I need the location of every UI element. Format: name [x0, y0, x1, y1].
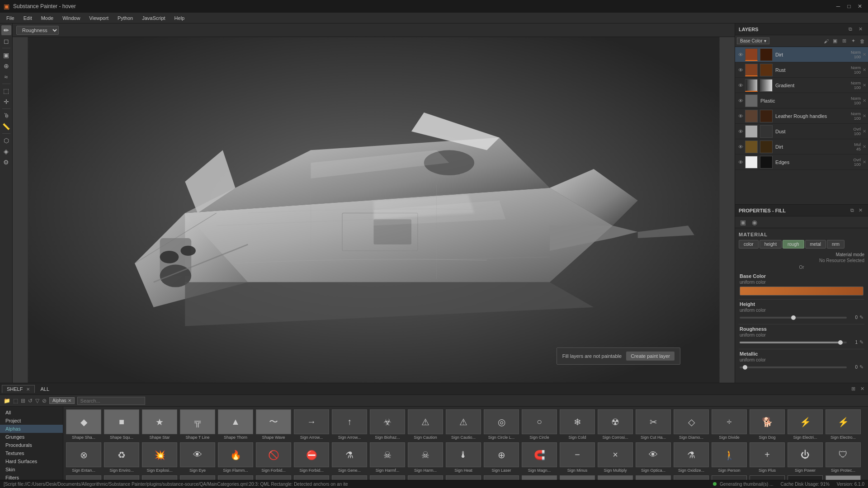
menu-item-viewport[interactable]: Viewport	[85, 14, 113, 22]
asset-item[interactable]: ☠ Sign Harmf...	[369, 441, 406, 474]
asset-item[interactable]: 🛡 Sign Protec...	[103, 474, 140, 480]
tab-color[interactable]: color	[739, 240, 759, 249]
layer-close-button[interactable]: ✕	[863, 129, 866, 134]
layer-row[interactable]: 👁 Leather Rough handles Norm 100 ✕	[735, 108, 868, 124]
shelf-grid-icon[interactable]: ⊞	[849, 385, 857, 393]
add-group-button[interactable]: ⊞	[840, 37, 848, 45]
layer-close-button[interactable]: ✕	[863, 52, 866, 57]
settings-tool[interactable]: ⚙	[1, 157, 11, 167]
shelf-category-grunges[interactable]: Grunges	[0, 433, 63, 441]
properties-close-button[interactable]: ✕	[856, 206, 864, 215]
asset-item[interactable]: ☢ Sign Radiati...	[179, 474, 216, 480]
asset-item[interactable]: 🛡 Sign Protec...	[825, 441, 862, 474]
properties-sphere-icon[interactable]: ◉	[750, 218, 759, 226]
layer-visibility-toggle[interactable]: 👁	[737, 52, 744, 57]
minimize-button[interactable]: ─	[834, 2, 843, 11]
asset-item[interactable]: ÷ Sign Divide	[711, 408, 748, 441]
layers-close-button[interactable]: ✕	[856, 25, 864, 33]
shelf-tab-all[interactable]: ALL	[36, 385, 55, 393]
height-slider[interactable]	[740, 317, 847, 319]
clone-tool[interactable]: ⊕	[1, 61, 11, 71]
layers-float-button[interactable]: ⧉	[846, 25, 854, 33]
asset-item[interactable]: ⚡ Sign Electro...	[825, 408, 862, 441]
shelf-folder-icon[interactable]: 📁	[4, 398, 10, 404]
asset-item[interactable]: 👁 Sign Eye	[179, 441, 216, 474]
color-picker-tool[interactable]: 🖰	[1, 111, 11, 121]
asset-item[interactable]: ☣ Sign Biohaz...	[369, 408, 406, 441]
asset-item[interactable]: ◌ Skin Frog C...	[445, 474, 482, 480]
titlebar-controls[interactable]: ─ □ ✕	[834, 2, 864, 11]
asset-item[interactable]: 👁 Sign Optica...	[635, 441, 672, 474]
asset-item[interactable]: ☢ Sign Corrosi...	[597, 408, 634, 441]
shelf-refresh-icon[interactable]: ↺	[28, 398, 33, 404]
add-effects-button[interactable]: ✦	[849, 37, 857, 45]
metallic-edit-icon[interactable]: ✎	[859, 364, 863, 370]
shelf-category-all[interactable]: All	[0, 408, 63, 417]
roughness-slider-thumb[interactable]	[838, 340, 843, 345]
asset-item[interactable]: ☠ Sign Harm...	[407, 441, 444, 474]
asset-item[interactable]: ○ Sign Circle	[521, 408, 558, 441]
asset-item[interactable]: ❄ Sign Cold	[559, 408, 596, 441]
asset-item[interactable]: 〜 Shape Wave	[255, 408, 292, 441]
properties-layer-icon[interactable]: ▣	[739, 218, 747, 226]
menu-item-window[interactable]: Window	[58, 14, 85, 22]
shelf-category-project[interactable]: Project	[0, 417, 63, 425]
layer-row[interactable]: 👁 Rust Norm 100 ✕	[735, 62, 868, 78]
filter-tag-close[interactable]: ✕	[68, 398, 71, 403]
measure-tool[interactable]: 📏	[1, 122, 11, 131]
shelf-import2-icon[interactable]: ⊞	[21, 398, 25, 404]
asset-item[interactable]: ◌ Skin Frog...	[559, 474, 596, 480]
asset-item[interactable]: ◌ Skin Frog Al...	[407, 474, 444, 480]
shelf-category-alphas[interactable]: Alphas	[0, 425, 63, 433]
base-color-swatch[interactable]	[740, 286, 863, 296]
delete-layer-button[interactable]: 🗑	[858, 37, 866, 45]
add-fill-layer-button[interactable]: ▣	[831, 37, 839, 45]
menu-item-mode[interactable]: Mode	[37, 14, 58, 22]
layer-close-button[interactable]: ✕	[863, 144, 866, 149]
metallic-slider-thumb[interactable]	[743, 365, 747, 370]
maximize-button[interactable]: □	[844, 2, 854, 11]
asset-item[interactable]: ♻ Sign Recycl...	[255, 474, 292, 480]
roughness-edit-icon[interactable]: ✎	[859, 339, 863, 345]
asset-item[interactable]: ≡ Sign Vent	[331, 474, 368, 480]
asset-item[interactable]: ⚠ Sign Warn...	[369, 474, 406, 480]
transform-tool[interactable]: ✛	[1, 97, 11, 107]
tab-height[interactable]: height	[760, 240, 782, 249]
height-slider-thumb[interactable]	[791, 315, 796, 320]
add-paint-layer-button[interactable]: 🖌	[822, 37, 830, 45]
asset-item[interactable]: × Sign Multiply	[597, 441, 634, 474]
asset-item[interactable]: ▲ Shape Thorn	[217, 408, 254, 441]
asset-item[interactable]: ⠿ Alpha 5	[787, 474, 824, 480]
asset-item[interactable]: ⛔ Sign Forbid...	[293, 441, 330, 474]
menu-item-file[interactable]: File	[2, 14, 19, 22]
asset-item[interactable]: ☠ Sign Toxic	[293, 474, 330, 480]
asset-item[interactable]: 🐕 Sign Dog	[749, 408, 786, 441]
asset-item[interactable]: ◌ Skin Frog...	[521, 474, 558, 480]
tab-metal[interactable]: metal	[805, 240, 826, 249]
roughness-slider[interactable]	[740, 342, 847, 343]
layer-row[interactable]: 👁 Gradient Norm 100 ✕	[735, 78, 868, 93]
eraser-tool[interactable]: ◻	[1, 36, 11, 46]
layer-close-button[interactable]: ✕	[863, 160, 866, 164]
fill-tool[interactable]: ▣	[1, 50, 11, 60]
shelf-filter-icon[interactable]: ▽	[35, 398, 39, 404]
layer-row[interactable]: 👁 Dust Ovrl 100 ✕	[735, 124, 868, 139]
shelf-search-clear-icon[interactable]: ⊘	[42, 398, 47, 404]
create-paint-layer-button[interactable]: Create paint layer	[626, 352, 675, 361]
asset-item[interactable]: ◇ Sign Diamo...	[673, 408, 710, 441]
menu-item-edit[interactable]: Edit	[19, 14, 37, 22]
shelf-category-filters[interactable]: Filters	[0, 474, 63, 480]
layer-visibility-toggle[interactable]: 👁	[737, 160, 744, 165]
asset-item[interactable]: − Sign Minus	[559, 441, 596, 474]
layer-visibility-toggle[interactable]: 👁	[737, 144, 744, 150]
asset-item[interactable]: 🧲 Sign Magn...	[521, 441, 558, 474]
asset-item[interactable]: ▲ Alpha 1	[635, 474, 672, 480]
viewport-canvas[interactable]: Fill layers are not paintable Create pai…	[13, 37, 735, 383]
asset-item[interactable]: ⊕ Sign Laser	[483, 441, 520, 474]
smudge-tool[interactable]: ≈	[1, 72, 11, 82]
asset-item[interactable]: ≣ Alpha 6	[825, 474, 862, 480]
close-button[interactable]: ✕	[855, 2, 864, 11]
asset-item[interactable]: ★ Shape Star	[141, 408, 178, 441]
asset-item[interactable]: ☢ Sign Radiati...	[141, 474, 178, 480]
shelf-category-textures[interactable]: Textures	[0, 449, 63, 457]
